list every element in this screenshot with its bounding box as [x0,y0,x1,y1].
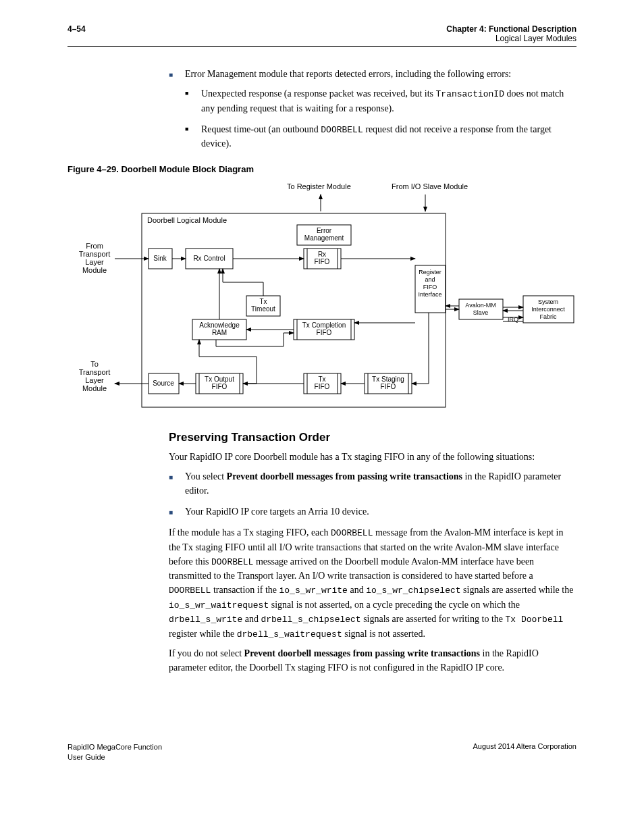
text: transaction if the [211,585,279,595]
code-text: io_s_wr_write [279,585,348,596]
footer-left: RapidIO MegaCore Function User Guide [68,742,162,763]
situations-list: You select Prevent doorbell messages fro… [169,469,576,519]
code-text: Tx Doorbell [506,615,564,625]
label-tx-completion: Tx CompletionFIFO [302,321,346,336]
section-content: Preserving Transaction Order Your RapidI… [169,431,576,675]
label-sink: Sink [153,255,167,262]
text: If the module has a Tx staging FIFO, eac… [169,527,331,538]
code-text: drbell_s_write [169,615,242,625]
code-text: DOORBELL [331,528,373,538]
code-text: DOORBELL [169,585,211,596]
label-to-register: To Register Module [287,182,351,190]
label-error-mgmt: ErrorManagement [304,227,344,242]
label-avalon: Avalon-MMSlave [465,302,495,316]
paragraph: If the module has a Tx staging FIFO, eac… [169,525,576,641]
text: Request time-out (an outbound [201,124,321,134]
header-right: Chapter 4: Functional Description Logica… [446,24,576,43]
sub-list: Unexpected response (a response packet w… [185,86,576,151]
text: Unexpected response (a response packet w… [201,88,436,99]
text: and [242,614,261,624]
text: If you do not select [169,648,244,658]
label-rx-fifo: RxFIFO [315,251,330,265]
section-title: Logical Layer Modules [446,34,576,43]
label-register-fifo: RegisterandFIFOInterface [418,269,441,298]
label-tx-staging: Tx StagingFIFO [372,375,404,390]
label-tx-fifo: TxFIFO [315,375,330,390]
footer-line: RapidIO MegaCore Function [68,742,162,752]
bold-text: Prevent doorbell messages from passing w… [244,648,480,658]
text: signals are asserted while the [461,585,574,595]
label-from-io: From I/O Slave Module [392,182,468,190]
label-from-transport: FromTransportLayerModule [79,242,111,274]
code-text: DOORBELL [321,125,363,135]
section-heading: Preserving Transaction Order [169,431,576,444]
text: You select [185,471,227,481]
label-doorbell-logical: Doorbell Logical Module [147,216,227,224]
label-source: Source [153,380,174,387]
top-content: Error Management module that reports det… [169,67,576,151]
code-text: DOORBELL [211,557,253,567]
intro-bullet-list: Error Management module that reports det… [169,67,576,151]
code-text: io_s_wr_chipselect [366,585,460,596]
chapter-title: Chapter 4: Functional Description [446,24,576,34]
page-header: 4–54 Chapter 4: Functional Description L… [68,24,576,47]
label-tx-timeout: TxTimeout [251,298,275,313]
figure-caption: Figure 4–29. Doorbell Module Block Diagr… [68,164,576,174]
paragraph: If you do not select Prevent doorbell me… [169,646,576,675]
list-item: Request time-out (an outbound DOORBELL r… [185,122,576,151]
list-item: Unexpected response (a response packet w… [185,86,576,115]
label-tx-output: Tx OutputFIFO [205,375,234,390]
text: signals are asserted for writing to the [361,614,506,624]
text: signal is not asserted. [342,629,425,639]
code-text: drbell_s_chipselect [261,615,360,625]
text: register while the [169,629,237,639]
text: signal is not asserted, on a cycle prece… [269,600,520,610]
label-to-transport: ToTransportLayerModule [79,360,111,392]
label-system: SystemInterconnectFabric [531,298,565,320]
footer-right: August 2014 Altera Corporation [473,742,577,763]
page-footer: RapidIO MegaCore Function User Guide Aug… [68,742,576,763]
block-diagram: To Register Module From I/O Slave Module… [54,181,576,411]
paragraph: Your RapidIO IP core Doorbell module has… [169,450,576,464]
bullet-text: Error Management module that reports det… [185,69,511,79]
page-number: 4–54 [68,24,86,34]
text: and [348,585,366,595]
list-item: Your RapidIO IP core targets an Arria 10… [169,504,576,519]
document-page: 4–54 Chapter 4: Functional Description L… [0,0,644,790]
code-text: TransactionID [436,89,504,99]
footer-line: User Guide [68,752,162,762]
code-text: io_s_wr_waitrequest [169,600,269,610]
code-text: drbell_s_waitrequest [237,629,342,640]
text: Your RapidIO IP core targets an Arria 10… [185,506,369,517]
label-ack-ram: AcknowledgeRAM [199,321,240,336]
diagram-svg: To Register Module From I/O Slave Module… [54,181,581,411]
list-item: You select Prevent doorbell messages fro… [169,469,576,498]
bold-text: Prevent doorbell messages from passing w… [227,471,462,481]
list-item: Error Management module that reports det… [169,67,576,151]
label-rx-control: Rx Control [193,255,225,262]
